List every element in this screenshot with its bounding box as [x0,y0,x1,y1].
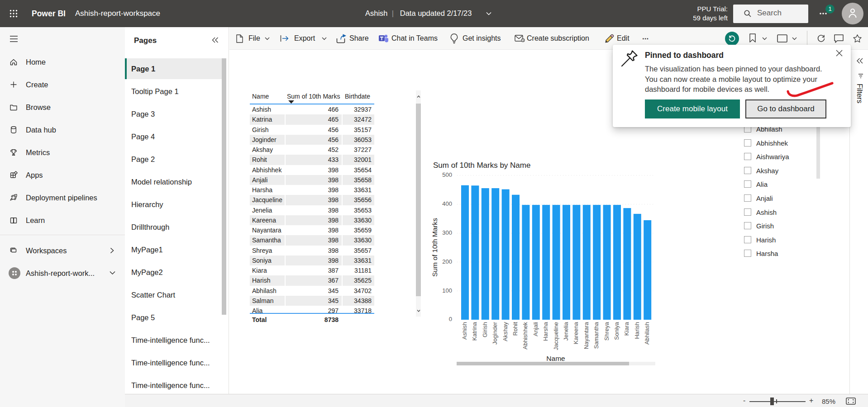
svg-text:Jenelia: Jenelia [563,322,569,341]
svg-text:100: 100 [442,287,452,294]
svg-text:Shreya: Shreya [603,322,610,341]
svg-text:0: 0 [449,316,452,322]
svg-text:Katrina: Katrina [471,322,478,341]
svg-text:Name: Name [546,355,565,362]
svg-text:Kiara: Kiara [623,322,630,336]
svg-text:Jacqueline: Jacqueline [553,322,559,350]
svg-text:Samantha: Samantha [593,322,600,349]
svg-text:Kareena: Kareena [572,322,579,344]
svg-text:Abhilash: Abhilash [644,322,650,345]
svg-text:Anjali: Anjali [532,322,539,336]
svg-text:Harsha: Harsha [542,322,549,341]
svg-text:Girish: Girish [482,322,488,337]
svg-text:500: 500 [442,171,452,178]
svg-text:Soniya: Soniya [613,322,620,340]
svg-text:400: 400 [442,200,452,207]
svg-text:200: 200 [442,258,452,265]
svg-text:Rohit: Rohit [512,322,519,336]
svg-text:Harish: Harish [634,322,640,339]
svg-text:Ashish: Ashish [461,322,468,340]
svg-text:Joginder: Joginder [491,322,498,345]
svg-text:300: 300 [442,229,452,236]
svg-text:Akshay: Akshay [502,322,509,341]
svg-text:Abhishhek: Abhishhek [522,322,529,350]
svg-text:Nayantara: Nayantara [583,322,590,349]
svg-text:Sum of 10th Marks: Sum of 10th Marks [431,218,439,277]
